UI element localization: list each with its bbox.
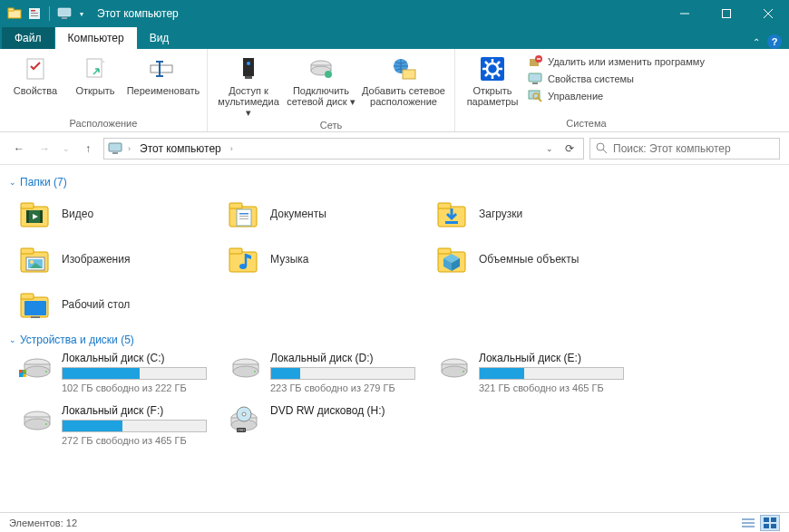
refresh-button[interactable]: ⟳ [560,142,580,155]
svg-rect-3 [31,10,35,12]
drive-item[interactable]: Локальный диск (E:)321 ГБ свободно из 46… [435,352,635,393]
hdd-drive-icon [227,352,261,386]
tab-file[interactable]: Файл [2,27,54,49]
titlebar: ▾ Этот компьютер [0,0,789,27]
svg-rect-6 [58,8,71,16]
drive-free-text: 102 ГБ свободно из 222 ГБ [62,382,218,393]
folder-label: Изображения [62,253,130,266]
folder-item[interactable]: Загрузки [435,194,635,234]
svg-rect-116 [771,524,776,528]
folders-section-header[interactable]: ⌄ Папки (7) [9,176,774,189]
drive-item[interactable]: Локальный диск (C:)102 ГБ свободно из 22… [18,352,218,393]
nav-back-button[interactable]: ← [9,139,29,159]
tab-computer[interactable]: Компьютер [55,27,137,49]
video-folder-icon [18,197,53,231]
details-view-button[interactable] [738,515,758,531]
search-box[interactable] [589,138,780,160]
drive-free-text: 223 ГБ свободно из 279 ГБ [270,382,426,393]
folder-item[interactable]: Музыка [227,239,426,279]
svg-rect-44 [109,143,122,151]
svg-rect-70 [229,248,242,254]
svg-rect-114 [771,517,776,522]
desktop-folder-icon [18,287,53,322]
documents-folder-icon [227,197,261,231]
usage-bar [62,420,207,432]
tiles-view-button[interactable] [760,515,780,531]
drive-label: Локальный диск (C:) [62,352,218,364]
svg-point-98 [463,371,464,372]
uninstall-programs-button[interactable]: Удалить или изменить программу [528,54,705,69]
folder-item[interactable]: Изображения [18,239,218,279]
folder-item[interactable]: Документы [227,194,426,234]
checkmark-sheet-icon [21,54,50,83]
help-button[interactable]: ? [767,34,782,49]
breadcrumb-item[interactable]: Этот компьютер [136,142,225,155]
folder-item[interactable]: Рабочий стол [18,285,218,324]
drive-item[interactable]: Локальный диск (F:)272 ГБ свободно из 46… [18,404,218,446]
search-icon [596,142,608,154]
manage-button[interactable]: Управление [528,89,705,103]
chevron-right-icon[interactable]: › [126,144,132,153]
window-title: Этот компьютер [97,7,179,20]
address-bar[interactable]: › Этот компьютер › ⌄ ⟳ [103,138,584,160]
chevron-right-icon[interactable]: › [229,144,235,153]
qat-properties-icon[interactable] [27,6,42,21]
svg-rect-49 [21,203,34,208]
nav-up-button[interactable]: ↑ [78,139,98,159]
collapse-ribbon-icon[interactable]: ⌃ [753,37,760,47]
maximize-button[interactable] [706,0,747,27]
drive-item[interactable]: Локальный диск (D:)223 ГБ свободно из 27… [227,352,426,393]
svg-rect-4 [31,13,38,14]
svg-rect-113 [764,517,769,522]
open-settings-button[interactable]: Открыть параметры [463,51,522,116]
drive-label: Локальный диск (D:) [270,352,426,364]
ribbon-group-network: Доступ к мультимедиа ▾ Подключить сетево… [208,49,455,131]
svg-rect-57 [239,213,248,215]
folder-label: Рабочий стол [62,298,130,311]
add-network-location-button[interactable]: Добавить сетевое расположение [360,51,447,118]
close-button[interactable] [747,0,789,27]
drive-free-text: 321 ГБ свободно из 465 ГБ [479,382,635,393]
svg-rect-64 [21,248,34,254]
drives-section-header[interactable]: ⌄ Устройства и диски (5) [9,334,774,346]
media-server-icon [234,54,263,83]
svg-rect-5 [31,15,38,16]
folder-item[interactable]: Видео [18,194,218,234]
item-count: Элементов: 12 [9,517,77,528]
drive-free-text: 272 ГБ свободно из 465 ГБ [62,435,218,446]
svg-point-71 [239,264,247,269]
content-area: ⌄ Папки (7) ВидеоДокументыЗагрузкиИзобра… [0,165,789,512]
svg-point-24 [325,71,332,78]
svg-point-85 [45,371,47,372]
svg-point-102 [45,423,47,425]
svg-rect-15 [159,62,161,76]
drive-item[interactable]: DVDDVD RW дисковод (H:) [227,404,426,446]
svg-rect-12 [27,59,44,79]
qat-dropdown-icon[interactable]: ▾ [77,6,86,21]
manage-icon [528,89,542,103]
minimize-button[interactable] [664,0,706,27]
svg-rect-51 [26,210,29,223]
media-access-button[interactable]: Доступ к мультимедиа ▾ [215,51,282,118]
svg-rect-41 [532,82,538,84]
svg-rect-26 [403,70,415,79]
svg-rect-1 [8,8,14,11]
folder-label: Документы [270,208,326,220]
svg-rect-7 [62,17,67,19]
rename-button[interactable]: Переименовать [127,51,200,116]
search-input[interactable] [613,142,774,155]
system-properties-button[interactable]: Свойства системы [528,72,705,86]
drive-label: Локальный диск (E:) [479,352,635,364]
nav-recent-dropdown[interactable]: ⌄ [60,139,73,159]
3d-folder-icon [435,242,470,276]
explorer-icon [7,6,22,21]
properties-button[interactable]: Свойства [7,51,63,116]
svg-rect-89 [19,374,23,378]
open-button[interactable]: Открыть [67,51,123,116]
tab-view[interactable]: Вид [137,27,182,49]
folder-item[interactable]: Объемные объекты [435,239,635,279]
nav-forward-button[interactable]: → [34,139,54,159]
map-drive-button[interactable]: Подключить сетевой диск ▾ [286,51,356,118]
drive-label: Локальный диск (F:) [62,404,218,417]
address-dropdown-icon[interactable]: ⌄ [540,142,560,155]
